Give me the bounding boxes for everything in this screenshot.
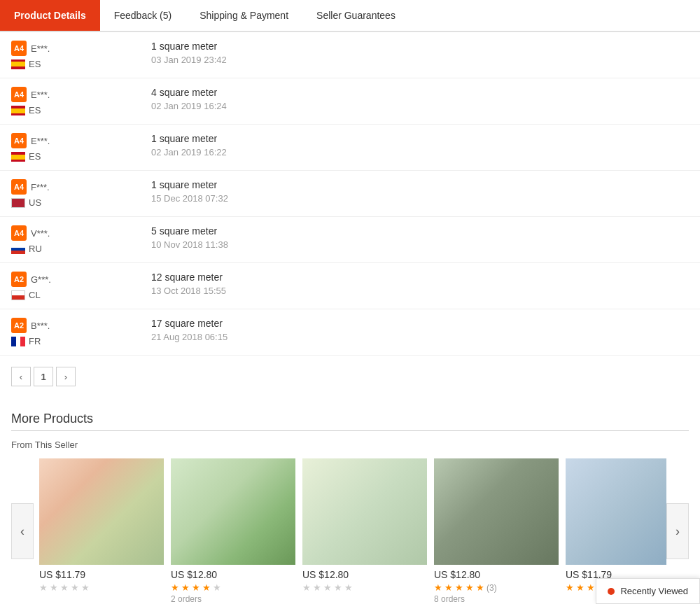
country-code: ES xyxy=(29,151,41,162)
user-badge: A4 V***. xyxy=(11,225,151,241)
product-card[interactable]: US $12.80 ★★★★★(3) 8 orders xyxy=(434,458,559,604)
order-quantity: 5 square meter xyxy=(151,225,689,237)
country-code: FR xyxy=(29,336,41,346)
star-filled: ★ xyxy=(465,582,474,593)
order-date: 03 Jan 2019 23:42 xyxy=(151,55,689,65)
star-filled: ★ xyxy=(192,582,200,593)
user-info: A4 E***. ES xyxy=(11,41,151,69)
order-quantity: 1 square meter xyxy=(151,41,689,52)
flag-icon xyxy=(11,244,25,254)
country-info: ES xyxy=(11,151,151,162)
product-price: US $11.79 xyxy=(39,569,164,580)
order-quantity: 4 square meter xyxy=(151,87,689,98)
tab-feedback[interactable]: Feedback (5) xyxy=(100,0,186,31)
next-page-button[interactable]: › xyxy=(56,367,76,386)
user-badge-icon: A4 xyxy=(11,179,27,195)
user-name: F***. xyxy=(31,182,50,192)
feedback-row: A4 E***. ES 1 square meter 02 Jan 2019 1… xyxy=(0,125,700,171)
user-badge-icon: A2 xyxy=(11,318,27,333)
star-filled: ★ xyxy=(576,582,584,593)
feedback-row: A4 F***. US 1 square meter 15 Dec 2018 0… xyxy=(0,171,700,217)
star-empty: ★ xyxy=(81,582,90,593)
user-badge-icon: A2 xyxy=(11,272,27,287)
user-badge: A4 E***. xyxy=(11,133,151,148)
product-image xyxy=(171,458,295,565)
user-badge: A2 G***. xyxy=(11,272,151,287)
product-price: US $12.80 xyxy=(434,569,559,580)
order-info: 17 square meter 21 Aug 2018 06:15 xyxy=(151,318,689,342)
product-card[interactable]: US $12.80 ★★★★★ xyxy=(302,458,427,604)
user-badge: A2 B***. xyxy=(11,318,151,333)
order-info: 4 square meter 02 Jan 2019 16:24 xyxy=(151,87,689,111)
product-stars: ★★★★★ xyxy=(171,582,295,593)
user-badge-icon: A4 xyxy=(11,87,27,102)
feedback-row: A2 G***. CL 12 square meter 13 Oct 2018 … xyxy=(0,263,700,309)
flag-icon xyxy=(11,198,25,208)
product-card[interactable]: US $12.80 ★★★★★ 2 orders xyxy=(171,458,295,604)
products-grid: US $11.79 ★★★★★ US $12.80 ★★★★★ 2 orders… xyxy=(34,458,666,604)
flag-icon xyxy=(11,152,25,162)
country-info: ES xyxy=(11,59,151,69)
recently-viewed-bar[interactable]: Recently Viewed xyxy=(596,578,700,604)
star-filled: ★ xyxy=(171,582,179,593)
review-count: (3) xyxy=(486,583,497,593)
star-empty: ★ xyxy=(39,582,48,593)
country-info: CL xyxy=(11,290,151,300)
product-card[interactable]: US $11.79 ★★★★★ xyxy=(39,458,164,604)
feedback-row: A2 B***. FR 17 square meter 21 Aug 2018 … xyxy=(0,309,700,356)
user-info: A4 E***. ES xyxy=(11,133,151,162)
user-info: A4 E***. ES xyxy=(11,87,151,115)
pagination: ‹ 1 › xyxy=(0,356,700,398)
order-info: 1 square meter 15 Dec 2018 07:32 xyxy=(151,179,689,204)
star-empty: ★ xyxy=(344,582,353,593)
order-quantity: 17 square meter xyxy=(151,318,689,329)
user-name: V***. xyxy=(31,228,50,239)
feedback-row: A4 E***. ES 1 square meter 03 Jan 2019 2… xyxy=(0,32,700,78)
star-filled: ★ xyxy=(455,582,463,593)
user-badge-icon: A4 xyxy=(11,133,27,148)
product-image xyxy=(566,458,666,565)
order-quantity: 12 square meter xyxy=(151,272,689,283)
feedback-row: A4 E***. ES 4 square meter 02 Jan 2019 1… xyxy=(0,78,700,125)
order-date: 21 Aug 2018 06:15 xyxy=(151,332,689,342)
country-info: US xyxy=(11,197,151,208)
feedback-row: A4 V***. RU 5 square meter 10 Nov 2018 1… xyxy=(0,217,700,263)
user-name: E***. xyxy=(31,136,50,146)
user-badge: A4 E***. xyxy=(11,41,151,56)
flag-icon xyxy=(11,106,25,115)
user-name: E***. xyxy=(31,90,50,100)
tab-shipping[interactable]: Shipping & Payment xyxy=(186,0,302,31)
star-empty: ★ xyxy=(313,582,321,593)
star-filled: ★ xyxy=(202,582,211,593)
order-info: 12 square meter 13 Oct 2018 15:55 xyxy=(151,272,689,296)
current-page-button[interactable]: 1 xyxy=(34,367,53,386)
order-date: 15 Dec 2018 07:32 xyxy=(151,193,689,204)
star-empty: ★ xyxy=(50,582,58,593)
product-image xyxy=(39,458,164,565)
country-code: ES xyxy=(29,59,41,69)
prev-page-button[interactable]: ‹ xyxy=(11,367,31,386)
product-stars: ★★★★★ xyxy=(39,582,164,593)
star-empty: ★ xyxy=(302,582,311,593)
carousel-next-button[interactable]: › xyxy=(666,503,689,559)
star-empty: ★ xyxy=(60,582,69,593)
carousel-prev-button[interactable]: ‹ xyxy=(11,503,34,559)
star-empty: ★ xyxy=(213,582,221,593)
product-image xyxy=(302,458,427,565)
order-date: 02 Jan 2019 16:24 xyxy=(151,101,689,111)
order-date: 02 Jan 2019 16:22 xyxy=(151,147,689,157)
user-info: A2 G***. CL xyxy=(11,272,151,300)
recently-viewed-label: Recently Viewed xyxy=(620,586,688,596)
tab-product-details[interactable]: Product Details xyxy=(0,0,100,31)
tab-guarantees[interactable]: Seller Guarantees xyxy=(302,0,410,31)
order-info: 1 square meter 03 Jan 2019 23:42 xyxy=(151,41,689,65)
order-info: 1 square meter 02 Jan 2019 16:22 xyxy=(151,133,689,157)
feedback-list: A4 E***. ES 1 square meter 03 Jan 2019 2… xyxy=(0,32,700,356)
user-name: B***. xyxy=(31,321,50,331)
star-empty: ★ xyxy=(334,582,342,593)
recently-viewed-dot xyxy=(608,588,615,595)
user-info: A4 V***. RU xyxy=(11,225,151,254)
country-code: RU xyxy=(29,244,42,254)
more-products-section: More Products From This Seller ‹ US $11.… xyxy=(0,398,700,604)
product-stars: ★★★★★ xyxy=(302,582,427,593)
